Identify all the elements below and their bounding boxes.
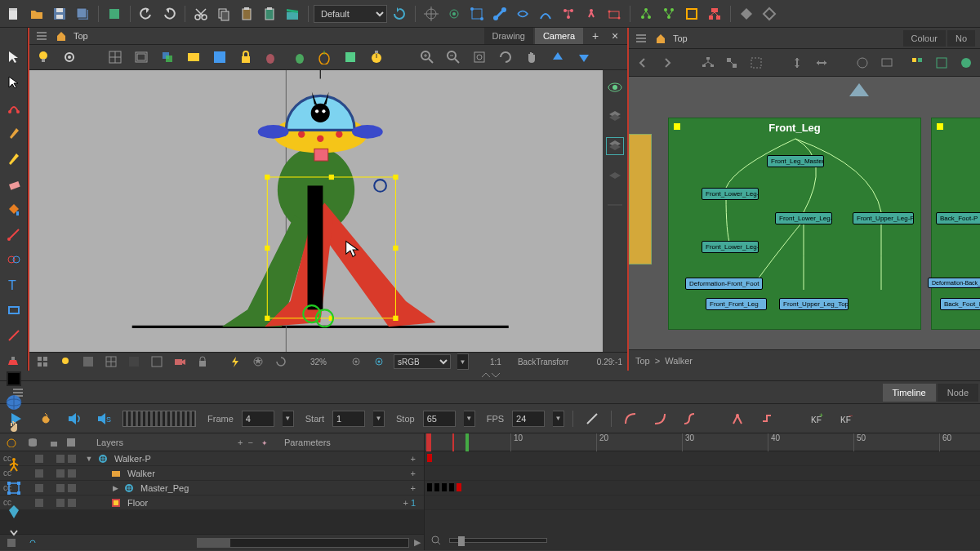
lock-box[interactable] — [67, 454, 77, 464]
in-marker[interactable] — [466, 433, 469, 451]
track-row[interactable] — [425, 481, 980, 495]
grid-icon[interactable] — [106, 48, 124, 66]
zoom-in-icon[interactable] — [418, 48, 436, 66]
menu-icon[interactable] — [34, 29, 49, 43]
lightbulb-icon[interactable] — [34, 48, 52, 66]
layer-scrollbar[interactable] — [197, 538, 409, 548]
tab-colour[interactable]: Colour — [903, 30, 946, 47]
contour-tool-icon[interactable] — [4, 98, 24, 117]
node-canvas[interactable]: Front_Leg Front_Leg_Master-P Front_Lower… — [629, 77, 980, 349]
deform-tool-icon[interactable] — [466, 3, 488, 24]
gear-icon[interactable] — [60, 48, 78, 66]
layer-all-icon[interactable] — [606, 108, 624, 126]
import-icon[interactable] — [104, 3, 125, 24]
view-mode-3-icon[interactable] — [126, 353, 142, 370]
tab-node[interactable]: No — [947, 30, 975, 47]
gear-small-icon[interactable] — [348, 353, 364, 370]
node-display-icon[interactable] — [878, 54, 896, 72]
lock-box[interactable] — [67, 483, 77, 493]
node-group-back-leg[interactable]: Back_Foot-P Deformation-Back_Foot Back_F… — [931, 118, 980, 330]
crumb-top[interactable]: Top — [635, 356, 650, 366]
redo-icon[interactable] — [158, 3, 180, 24]
layer-current-icon[interactable] — [606, 137, 624, 155]
fps-input[interactable] — [512, 411, 545, 427]
node-item[interactable]: Front_Lower_Leg-P-P — [702, 188, 759, 200]
tab-drawing[interactable]: Drawing — [484, 28, 533, 44]
motion-kf-icon[interactable] — [728, 408, 749, 429]
refresh-small-icon[interactable] — [273, 353, 289, 370]
layer-row[interactable]: cc▶Master_Peg+ — [0, 481, 424, 495]
node-group-icon[interactable] — [747, 54, 765, 72]
morph-tool-icon[interactable] — [4, 251, 24, 269]
paste-special-icon[interactable] — [259, 3, 280, 24]
clapper-icon[interactable] — [282, 3, 303, 24]
cutter-tool-icon[interactable] — [4, 225, 24, 244]
node-item[interactable]: Deformation-Back_Foot — [928, 278, 980, 288]
timeline-ruler[interactable]: 102030405060 — [425, 433, 980, 451]
cut-icon[interactable] — [190, 3, 212, 24]
lightning-icon[interactable] — [227, 353, 243, 370]
enable-box[interactable] — [34, 454, 44, 464]
node-composite-icon[interactable] — [853, 54, 871, 72]
workspace-preset-select[interactable]: Default — [314, 5, 387, 23]
undo-icon[interactable] — [136, 3, 157, 24]
thumbnails-icon[interactable] — [34, 353, 51, 370]
globe-icon[interactable] — [6, 394, 22, 411]
colorspace-dropdown-icon[interactable]: ▼ — [457, 353, 469, 370]
keyframe-add-icon[interactable] — [736, 3, 757, 24]
layer-name[interactable]: Floor — [127, 498, 148, 508]
bg-color-icon[interactable] — [211, 48, 229, 66]
bone-tool-icon[interactable] — [489, 3, 510, 24]
transform-select-icon[interactable] — [4, 73, 24, 91]
chevron-down-icon[interactable] — [8, 527, 20, 538]
node-item[interactable]: Front_Leg_Master-P — [767, 155, 824, 167]
select-tool-icon[interactable] — [4, 47, 24, 66]
nav-up-icon[interactable] — [549, 48, 567, 66]
add-param-icon[interactable]: + — [406, 483, 421, 493]
curve-tool-icon[interactable] — [535, 3, 556, 24]
node-item[interactable]: Front_Front_Leg — [706, 298, 767, 310]
enable-box[interactable] — [34, 483, 44, 493]
paste-icon[interactable] — [236, 3, 257, 24]
nav-down-icon[interactable] — [575, 48, 593, 66]
bbox-icon[interactable] — [7, 481, 21, 495]
enable-box[interactable] — [34, 469, 44, 478]
camera-mask-icon[interactable] — [185, 48, 203, 66]
node-fit-icon[interactable] — [933, 54, 951, 72]
crumb-walker[interactable]: Walker — [665, 356, 693, 366]
add-param-icon[interactable]: + 1 — [398, 498, 421, 508]
hand-tool-icon[interactable] — [523, 48, 541, 66]
track-panel[interactable]: 102030405060 — [425, 433, 980, 550]
home-icon[interactable] — [653, 31, 668, 46]
camera-small-icon[interactable] — [172, 353, 188, 370]
node-group-front-leg[interactable]: Front_Leg Front_Leg_Master-P Front_Lower… — [668, 118, 921, 330]
bucket-tool-icon[interactable] — [4, 352, 24, 371]
node-order-v-icon[interactable] — [788, 54, 806, 72]
zoom-timeline-icon[interactable] — [428, 532, 444, 549]
nav-next-icon[interactable] — [658, 54, 676, 72]
overlay-icon[interactable] — [158, 48, 176, 66]
node-item[interactable]: Back_Foot_Leg — [940, 298, 980, 310]
lock-layer-icon[interactable] — [46, 434, 62, 451]
node-thumb-icon[interactable] — [909, 54, 927, 72]
select-children-icon[interactable] — [704, 3, 725, 24]
rotate-view-icon[interactable] — [497, 48, 514, 66]
breadcrumb[interactable]: Top — [673, 33, 688, 43]
gear-blue-icon[interactable] — [371, 353, 387, 370]
view-mode-2-icon[interactable] — [103, 353, 119, 370]
vertical-splitter[interactable] — [0, 371, 980, 380]
playhead-marker[interactable] — [452, 433, 454, 451]
lightbulb-small-icon[interactable] — [57, 353, 74, 370]
view-mode-4-icon[interactable] — [149, 353, 165, 370]
color-swatch-icon[interactable] — [7, 371, 21, 386]
onion-prev-icon[interactable] — [263, 48, 281, 66]
pencil-tool-icon[interactable] — [4, 149, 24, 167]
add-tab-icon[interactable]: + — [588, 29, 603, 43]
save-all-icon[interactable] — [72, 3, 93, 24]
hierarchy-icon[interactable] — [635, 3, 657, 24]
node-expand-icon[interactable] — [724, 54, 742, 72]
expand-toggle[interactable]: ▼ — [83, 453, 95, 464]
fps-step-icon[interactable]: ▼ — [553, 411, 564, 427]
keyframe-del-icon[interactable] — [759, 3, 780, 24]
paint-tool-icon[interactable] — [4, 199, 24, 218]
